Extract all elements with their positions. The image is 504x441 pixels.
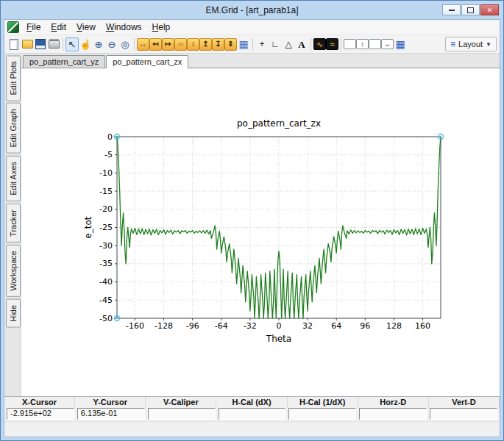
x-tick-label: -128	[155, 321, 173, 331]
shift-y-up-icon[interactable]: ↥	[199, 38, 212, 51]
pattern-chart[interactable]: -160-128-96-64-3203264961281600-5-10-15-…	[21, 68, 500, 396]
menu-edit[interactable]: Edit	[46, 21, 71, 34]
document-tabs: po_pattern_cart_yzpo_pattern_cart_zx	[21, 54, 500, 68]
toolbar-separator	[63, 38, 63, 51]
close-button[interactable]: ✕	[480, 4, 499, 15]
minimize-button[interactable]	[442, 4, 461, 15]
open-folder-icon[interactable]	[21, 37, 34, 51]
select-arrow-icon[interactable]: ↖	[65, 37, 79, 51]
menu-file[interactable]: File	[21, 21, 46, 34]
data-table-icon[interactable]: ▦	[237, 37, 250, 51]
title-bar[interactable]: EM.Grid - [art_parab1a] ✕	[4, 1, 500, 19]
chart-title: po_pattern_cart_zx	[237, 118, 321, 129]
menu-windows[interactable]: Windows	[101, 21, 147, 34]
status-header-vert-d: Vert-D	[429, 397, 500, 408]
window-controls: ✕	[442, 4, 499, 15]
menu-view[interactable]: View	[71, 21, 101, 34]
window-title: EM.Grid - [art_parab1a]	[205, 5, 298, 15]
frame-icon[interactable]	[344, 39, 356, 49]
app-icon[interactable]	[7, 21, 19, 33]
fit-y-icon[interactable]: ↕	[187, 38, 199, 51]
status-value-vert-d	[430, 408, 497, 420]
fit-frame-horizontal-icon[interactable]: ↔	[381, 39, 394, 49]
x-tick-label: -64	[215, 321, 228, 331]
status-header-h-cal-dx: H-Cal (dX)	[216, 397, 287, 408]
new-document-icon[interactable]	[7, 37, 21, 51]
plot-canvas[interactable]: -160-128-96-64-3203264961281600-5-10-15-…	[21, 68, 500, 396]
expand-y-icon[interactable]: ⇕	[224, 38, 237, 51]
status-value-v-caliper	[148, 408, 216, 420]
toolbar-separator	[341, 38, 341, 51]
sidebar-tab-hide[interactable]: Hide	[6, 299, 21, 328]
y-tick-label: -45	[99, 295, 113, 305]
doc-tab-po-pattern-cart-zx[interactable]: po_pattern_cart_zx	[106, 55, 188, 68]
sidebar: Edit PlotsEdit GraphEdit AxesTrackerWork…	[4, 54, 21, 396]
status-value-y-cursor: 6.135e-01	[77, 408, 145, 420]
grid-layout-icon[interactable]: ▦	[394, 37, 407, 51]
save-icon[interactable]	[34, 37, 47, 51]
x-tick-label: -160	[126, 321, 144, 331]
menu-help[interactable]: Help	[147, 21, 176, 34]
content-area: po_pattern_cart_yzpo_pattern_cart_zx -16…	[21, 54, 500, 396]
status-headers: X-CursorY-CursorV-CaliperH-Cal (dX)H-Cal…	[4, 397, 500, 408]
expand-x-icon[interactable]: ⇔	[174, 38, 187, 51]
crosshair-icon[interactable]: +	[255, 37, 269, 51]
x-tick-label: 32	[302, 321, 313, 331]
sidebar-tab-workspace[interactable]: Workspace	[6, 245, 21, 297]
zoom-window-icon[interactable]: ◎	[118, 37, 132, 51]
status-bar: X-CursorY-CursorV-CaliperH-Cal (dX)H-Cal…	[4, 396, 500, 421]
shift-x-right-icon[interactable]: ↦	[162, 38, 174, 51]
layout-label: Layout	[458, 40, 483, 49]
menu-items: FileEditViewWindowsHelp	[21, 21, 175, 34]
status-values: -2.915e+026.135e-01	[4, 408, 500, 421]
chart-ylabel: e_tot	[83, 216, 93, 238]
x-tick-label: 160	[415, 321, 430, 331]
pan-hand-icon[interactable]: ☝	[79, 37, 92, 51]
status-value-x-cursor: -2.915e+02	[7, 408, 74, 420]
frame-wide-icon[interactable]	[369, 39, 381, 49]
close-icon: ✕	[487, 7, 493, 14]
status-value-horz-d	[359, 408, 427, 420]
sidebar-tab-edit-graph[interactable]: Edit Graph	[6, 103, 21, 154]
y-tick-label: 0	[107, 132, 113, 142]
marker-triangle-icon[interactable]: △	[282, 37, 295, 51]
plot-handle-dot	[116, 136, 118, 137]
shift-x-left-icon[interactable]: ↤	[149, 38, 162, 51]
zoom-out-icon[interactable]: ⊖	[105, 37, 118, 51]
status-header-horz-d: Horz-D	[358, 397, 429, 408]
restore-icon	[467, 7, 474, 13]
main-area: Edit PlotsEdit GraphEdit AxesTrackerWork…	[4, 54, 500, 396]
fit-frame-vertical-icon[interactable]: ↕	[356, 39, 369, 49]
y-tick-label: -25	[99, 223, 113, 232]
x-tick-label: -32	[244, 321, 257, 331]
status-header-x-cursor: X-Cursor	[4, 397, 75, 408]
layout-dropdown[interactable]: ≡ Layout ▼	[445, 37, 497, 51]
y-tick-label: -30	[99, 241, 113, 251]
zoom-in-icon[interactable]: ⊕	[92, 37, 105, 51]
text-annotation-icon[interactable]: A	[295, 37, 308, 51]
x-tick-label: 128	[386, 321, 402, 331]
axes-icon[interactable]: ∟	[269, 37, 282, 51]
toolbar-separator	[134, 38, 135, 51]
status-value-h-cal-dx	[219, 408, 286, 420]
doc-tab-po-pattern-cart-yz[interactable]: po_pattern_cart_yz	[23, 55, 105, 68]
restore-button[interactable]	[461, 4, 480, 15]
plot-handle-dot	[440, 136, 441, 137]
x-tick-label: -96	[186, 321, 199, 331]
y-tick-label: -5	[104, 150, 113, 159]
shift-y-down-icon[interactable]: ↧	[212, 38, 224, 51]
fit-x-icon[interactable]: ↔	[137, 38, 149, 51]
sidebar-tab-tracker[interactable]: Tracker	[6, 204, 21, 243]
colormap-icon[interactable]: ∿	[313, 38, 326, 50]
chevron-down-icon: ▼	[486, 41, 491, 48]
print-icon[interactable]	[47, 37, 60, 51]
sidebar-tab-edit-plots[interactable]: Edit Plots	[6, 55, 21, 101]
sidebar-tab-edit-axes[interactable]: Edit Axes	[6, 156, 21, 201]
app-window: EM.Grid - [art_parab1a] ✕ FileEditViewWi…	[0, 0, 504, 441]
spectrum-icon[interactable]: ≈	[326, 38, 338, 50]
status-value-h-cal-1-dx	[288, 408, 356, 420]
status-header-h-cal-1-dx: H-Cal (1/dX)	[288, 397, 358, 408]
toolbar-separator	[252, 38, 253, 51]
status-header-v-caliper: V-Caliper	[146, 397, 216, 408]
y-tick-label: -10	[99, 168, 113, 178]
